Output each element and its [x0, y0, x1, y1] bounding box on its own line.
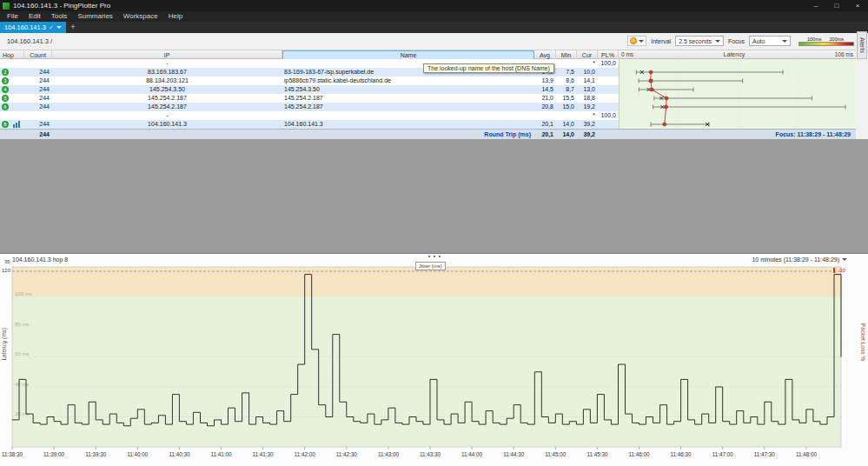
- pane-splitter-handle[interactable]: [428, 256, 441, 257]
- timeline-graph-icon: [13, 121, 20, 128]
- x-tick-label: 11:47:30: [754, 451, 776, 457]
- timeline-range-dropdown[interactable]: 10 minutes (11:38:29 - 11:48:29): [752, 256, 847, 263]
- graph-type-label[interactable]: Jitter (ms): [415, 262, 446, 270]
- table-row-hop-x6[interactable]: -*100,0: [0, 111, 619, 120]
- latency-panel-svg: [620, 59, 857, 129]
- alerts-side-tab[interactable]: Alerts: [857, 31, 867, 59]
- cell-pl: 100,0: [598, 111, 619, 120]
- x-tick-label: 11:43:00: [378, 451, 400, 457]
- cell-hop: 4: [0, 85, 24, 94]
- latency-column-header[interactable]: 0 ms Latency 106 ms: [619, 50, 856, 59]
- avg-marker: [650, 88, 653, 91]
- cell-name: 145.254.2.187: [282, 94, 534, 103]
- packet-loss-scale-max: 30: [839, 268, 845, 273]
- cell-cur: 10,0: [577, 68, 598, 77]
- x-tick-label: 11:44:30: [503, 451, 525, 457]
- cell-cur: 14,1: [577, 77, 598, 85]
- cell-ip: 88.134.203.121: [52, 77, 282, 85]
- latency-scale-min: 0 ms: [621, 51, 633, 57]
- cell-min: [556, 59, 577, 68]
- cell-cur: 18,8: [577, 94, 598, 103]
- cell-min: 8,7: [556, 85, 577, 94]
- cell-cur: 39,2: [577, 120, 598, 129]
- x-tick-label: 11:48:00: [796, 451, 818, 457]
- focus-label: Focus: [728, 38, 745, 44]
- table-row-hop-5[interactable]: 5244145.254.2.187145.254.2.18721,015,518…: [0, 94, 619, 103]
- cell-hop: [0, 111, 24, 120]
- minimize-button-icon[interactable]: –: [805, 0, 826, 11]
- avg-marker: [665, 105, 668, 109]
- cell-ip: 145.254.2.187: [52, 103, 282, 111]
- cell-avg: 14,5: [534, 85, 556, 94]
- cell-count: 244: [24, 103, 52, 111]
- round-trip-label: Round Trip (ms): [282, 130, 534, 139]
- cell-count: 244: [24, 94, 52, 103]
- maximize-button-icon[interactable]: □: [826, 0, 847, 11]
- alert-status-dropdown[interactable]: [627, 36, 646, 46]
- gridline-label: 100 ms: [15, 291, 32, 296]
- latency-color-legend: 100ms 200ms: [798, 37, 854, 46]
- cell-min: 15,0: [556, 103, 577, 111]
- x-tick-label: 11:47:00: [712, 451, 734, 457]
- cell-min: 8,6: [556, 77, 577, 85]
- focus-value: Auto: [752, 38, 765, 44]
- x-tick-label: 11:45:30: [586, 451, 608, 457]
- cell-avg: 21,0: [534, 94, 556, 103]
- chevron-down-icon: [782, 40, 787, 43]
- cell-pl: [598, 120, 619, 129]
- timeline-scale-top: 35: [4, 259, 10, 264]
- cell-name: [282, 111, 534, 120]
- cell-pl: [598, 94, 619, 103]
- new-tab-button[interactable]: +: [66, 22, 80, 33]
- menu-file[interactable]: File: [2, 11, 23, 22]
- tab-dropdown-icon[interactable]: [56, 26, 62, 29]
- menu-help[interactable]: Help: [163, 11, 188, 22]
- cell-min: [556, 111, 577, 120]
- cell-ip: -: [52, 111, 282, 120]
- title-bar: 104.160.141.3 - PingPlotter Pro – □ ×: [0, 0, 868, 11]
- x-tick-label: 11:44:00: [461, 451, 483, 457]
- cell-cur: 13,0: [577, 85, 598, 94]
- interval-select[interactable]: 2.5 seconds: [675, 36, 724, 46]
- cell-hop: 8: [0, 120, 24, 129]
- top-bar: 104.160.141.3 / Interval 2.5 seconds Foc…: [0, 33, 868, 50]
- trace-controls: Interval 2.5 seconds Focus Auto 100ms 20…: [627, 36, 854, 46]
- x-tick-label: 11:41:00: [210, 451, 232, 457]
- cell-min: 14,0: [556, 120, 577, 129]
- summary-hop: [0, 130, 24, 139]
- close-button-icon[interactable]: ×: [847, 0, 868, 11]
- menu-workspace[interactable]: Workspace: [118, 11, 163, 22]
- avg-marker: [649, 79, 653, 83]
- table-row-hop-8[interactable]: 8244104.160.141.3104.160.141.320,114,039…: [0, 120, 619, 129]
- tab-active-target[interactable]: 104.160.141.3 ✓: [0, 22, 66, 33]
- workspace-empty-area: [0, 139, 868, 253]
- cell-avg: [534, 111, 556, 120]
- x-tick-label: 11:42:30: [336, 451, 358, 457]
- timeline-svg[interactable]: 20 ms40 ms60 ms80 ms100 ms11:38:3011:39:…: [0, 254, 868, 466]
- interval-value: 2.5 seconds: [679, 38, 712, 44]
- cell-count: 244: [24, 85, 52, 94]
- cell-count: [24, 59, 52, 68]
- focus-select[interactable]: Auto: [749, 36, 791, 46]
- target-address[interactable]: 104.160.141.3: [7, 37, 49, 45]
- timeline-title: 104.160.141.3 hop 8: [12, 256, 68, 263]
- menu-edit[interactable]: Edit: [23, 11, 46, 22]
- gridline-label: 80 ms: [15, 322, 29, 327]
- chevron-down-icon: [715, 40, 720, 43]
- app-icon: [3, 3, 10, 10]
- summary-avg: 20,1: [534, 130, 556, 139]
- latency-axis-label: Latency (ms): [1, 328, 7, 361]
- cell-hop: 6: [0, 103, 24, 111]
- table-row-hop-6[interactable]: 6244145.254.2.187145.254.2.18720,815,019…: [0, 103, 619, 111]
- cell-name: 104.160.141.3: [282, 120, 534, 129]
- round-trip-summary-row: 244 Round Trip (ms) 20,1 14,0 39,2 Focus…: [0, 129, 856, 139]
- x-tick-label: 11:39:00: [43, 451, 65, 457]
- menu-tools[interactable]: Tools: [46, 11, 73, 22]
- gridline-label: 60 ms: [15, 351, 29, 356]
- target-breadcrumb: 104.160.141.3 /: [7, 37, 52, 45]
- latency-panel: [619, 59, 856, 129]
- menu-summaries[interactable]: Summaries: [72, 11, 117, 22]
- table-row-hop-3[interactable]: 324488.134.203.121ip5886cb79.static.kabe…: [0, 77, 619, 85]
- table-row-hop-4[interactable]: 4244145.254.3.50145.254.3.5014,58,713,0: [0, 85, 619, 94]
- timeline-range-label: 10 minutes (11:38:29 - 11:48:29): [752, 256, 839, 263]
